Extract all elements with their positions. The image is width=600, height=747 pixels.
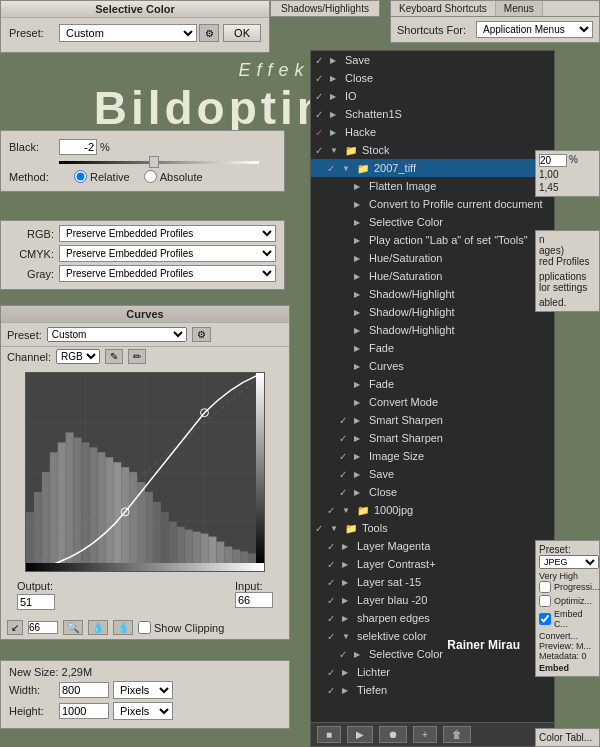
- action-item[interactable]: ✓▶Close: [311, 483, 554, 501]
- width-unit-select[interactable]: Pixels: [113, 681, 173, 699]
- action-text: Hacke: [345, 126, 550, 138]
- action-item[interactable]: ✓▶Tiefen: [311, 681, 554, 699]
- curves-gear-button[interactable]: ⚙: [192, 327, 211, 342]
- right-value3: 1,45: [539, 182, 596, 193]
- svg-rect-19: [113, 462, 121, 571]
- action-item[interactable]: ✓▼📁1000jpg: [311, 501, 554, 519]
- action-play-btn[interactable]: ▶: [347, 726, 373, 743]
- action-check: ✓: [339, 649, 351, 660]
- action-item[interactable]: ▶Convert to Profile current document: [311, 195, 554, 213]
- channel-select[interactable]: RGB: [56, 349, 100, 364]
- action-item[interactable]: ✓▶Layer Contrast+: [311, 555, 554, 573]
- action-item[interactable]: ✓▶Smart Sharpen: [311, 411, 554, 429]
- action-item[interactable]: ▶Selective Color: [311, 213, 554, 231]
- height-unit-select[interactable]: Pixels: [113, 702, 173, 720]
- optimiz-checkbox[interactable]: [539, 595, 551, 607]
- action-item[interactable]: ▶Play action "Lab a" of set "Tools": [311, 231, 554, 249]
- action-item[interactable]: ✓▶IO: [311, 87, 554, 105]
- gray-select[interactable]: Preserve Embedded Profiles: [59, 265, 276, 282]
- action-check: ✓: [315, 127, 327, 138]
- channel-icon-btn[interactable]: ✎: [105, 349, 123, 364]
- action-item[interactable]: ✓▶Layer Magenta: [311, 537, 554, 555]
- action-new-btn[interactable]: +: [413, 726, 437, 743]
- action-item[interactable]: ▶Curves: [311, 357, 554, 375]
- action-item[interactable]: ✓▼📁Stock: [311, 141, 554, 159]
- show-clipping-label[interactable]: Show Clipping: [138, 621, 224, 634]
- action-item[interactable]: ✓▼📁Tools: [311, 519, 554, 537]
- show-clipping-checkbox[interactable]: [138, 621, 151, 634]
- action-item[interactable]: ✓▼📁2007_tiff: [311, 159, 554, 177]
- embed-checkbox[interactable]: [539, 613, 551, 625]
- gear-button[interactable]: ⚙: [199, 24, 219, 42]
- jpeg-preset-select[interactable]: JPEG: [539, 555, 599, 569]
- input-value-input[interactable]: [235, 592, 273, 608]
- cmyk-select[interactable]: Preserve Embedded Profiles: [59, 245, 276, 262]
- action-expand: ▶: [354, 398, 366, 407]
- black-slider-track[interactable]: [59, 161, 259, 164]
- action-item[interactable]: ▶Fade: [311, 339, 554, 357]
- action-item[interactable]: ✓▶Layer blau -20: [311, 591, 554, 609]
- relative-radio[interactable]: Relative: [74, 170, 130, 183]
- action-item[interactable]: ✓▶Close: [311, 69, 554, 87]
- action-item[interactable]: ▶Hue/Saturation: [311, 249, 554, 267]
- action-item[interactable]: ✓▶Save: [311, 51, 554, 69]
- action-expand: ▶: [342, 614, 354, 623]
- tab-keyboard-shortcuts[interactable]: Keyboard Shortcuts: [391, 1, 496, 16]
- width-input[interactable]: [59, 682, 109, 698]
- channel-pencil-btn[interactable]: ✏: [128, 349, 146, 364]
- eyedropper-btn1[interactable]: 🔍: [63, 620, 83, 635]
- black-value-input[interactable]: [59, 139, 97, 155]
- action-item[interactable]: ✓▶Layer sat -15: [311, 573, 554, 591]
- shortcuts-tabs: Keyboard Shortcuts Menus: [391, 1, 599, 17]
- action-expand: ▶: [342, 686, 354, 695]
- action-item[interactable]: ▶Shadow/Highlight: [311, 321, 554, 339]
- curves-graph[interactable]: [25, 372, 265, 572]
- action-item[interactable]: ▶Flatten Image: [311, 177, 554, 195]
- curves-tool-btn1[interactable]: ↙: [7, 620, 23, 635]
- progressive-check: Progressi...: [539, 581, 596, 593]
- preset-select[interactable]: Custom: [59, 24, 197, 42]
- absolute-radio[interactable]: Absolute: [144, 170, 203, 183]
- action-item[interactable]: ✓▶Smart Sharpen: [311, 429, 554, 447]
- curves-preset-select[interactable]: Custom: [47, 327, 187, 342]
- action-expand: ▼: [330, 146, 342, 155]
- shortcuts-for-select[interactable]: Application Menus: [476, 21, 593, 38]
- action-item[interactable]: ▶Shadow/Highlight: [311, 285, 554, 303]
- progressive-checkbox[interactable]: [539, 581, 551, 593]
- action-item[interactable]: ▶Convert Mode: [311, 393, 554, 411]
- action-item[interactable]: ✓▶Save: [311, 465, 554, 483]
- action-text: Shadow/Highlight: [369, 324, 550, 336]
- ok-button[interactable]: OK: [223, 24, 261, 42]
- action-delete-btn[interactable]: 🗑: [443, 726, 471, 743]
- action-item[interactable]: ✓▶Lichter: [311, 663, 554, 681]
- eyedropper-btn2[interactable]: 💧: [88, 620, 108, 635]
- action-item[interactable]: ✓▶Hacke: [311, 123, 554, 141]
- action-item[interactable]: ✓▶Schatten1S: [311, 105, 554, 123]
- right-text4: pplications: [539, 271, 596, 282]
- svg-rect-17: [97, 452, 105, 571]
- jpeg-preset-label: Preset:: [539, 544, 571, 555]
- output-input[interactable]: [17, 594, 55, 610]
- action-item[interactable]: ▶Hue/Saturation: [311, 267, 554, 285]
- action-expand: ▶: [354, 182, 366, 191]
- shadows-highlights-tab[interactable]: Shadows/Highlights: [270, 0, 380, 17]
- action-expand: ▶: [354, 362, 366, 371]
- action-bottom-bar: ■ ▶ ⏺ + 🗑: [311, 722, 554, 746]
- eyedropper-btn3[interactable]: 💧: [113, 620, 133, 635]
- action-text: Smart Sharpen: [369, 414, 550, 426]
- right-input1[interactable]: [539, 154, 567, 167]
- action-stop-btn[interactable]: ■: [317, 726, 341, 743]
- black-slider-thumb[interactable]: [149, 156, 159, 168]
- rgb-select[interactable]: Preserve Embedded Profiles: [59, 225, 276, 242]
- action-item[interactable]: ✓▶sharpen edges: [311, 609, 554, 627]
- input-field-2[interactable]: [28, 621, 58, 634]
- action-check: ✓: [327, 559, 339, 570]
- right-text3: red Profiles: [539, 256, 596, 267]
- action-record-btn[interactable]: ⏺: [379, 726, 407, 743]
- tab-menus[interactable]: Menus: [496, 1, 543, 16]
- action-item[interactable]: ✓▶Image Size: [311, 447, 554, 465]
- rgb-label: RGB:: [9, 228, 54, 240]
- action-item[interactable]: ▶Fade: [311, 375, 554, 393]
- action-item[interactable]: ▶Shadow/Highlight: [311, 303, 554, 321]
- height-input[interactable]: [59, 703, 109, 719]
